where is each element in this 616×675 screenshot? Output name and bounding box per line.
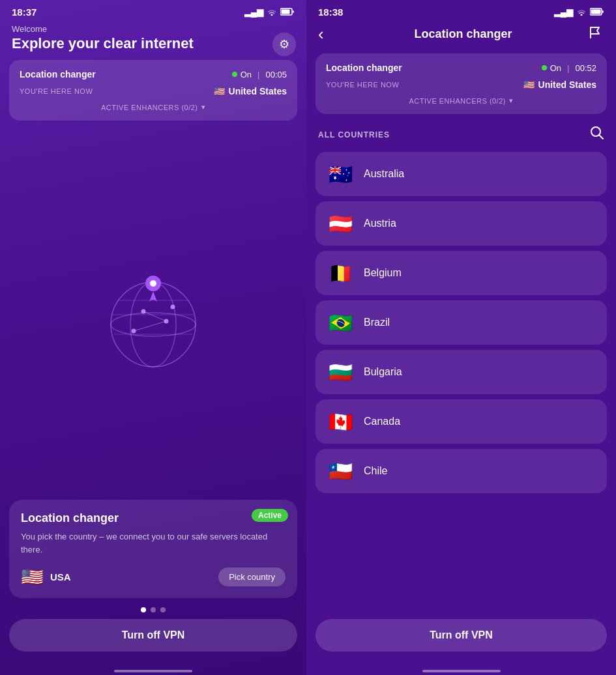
right-battery-icon bbox=[590, 7, 604, 18]
svg-rect-1 bbox=[282, 10, 290, 14]
right-timer: 00:52 bbox=[575, 63, 596, 73]
all-countries-label: ALL COUNTRIES bbox=[318, 130, 390, 139]
country-item-australia[interactable]: 🇦🇺 Australia bbox=[315, 152, 607, 196]
bulgaria-name: Bulgaria bbox=[364, 366, 402, 378]
right-wifi-icon bbox=[576, 7, 587, 18]
all-countries-row: ALL COUNTRIES bbox=[306, 123, 616, 152]
gear-icon: ⚙ bbox=[279, 37, 289, 51]
austria-flag: 🇦🇹 bbox=[326, 209, 355, 238]
belgium-flag: 🇧🇪 bbox=[326, 259, 355, 287]
country-list: 🇦🇺 Australia 🇦🇹 Austria 🇧🇪 Belgium 🇧🇷 Br… bbox=[306, 152, 616, 612]
left-here-label: YOU'RE HERE NOW bbox=[20, 87, 93, 95]
gear-button[interactable]: ⚙ bbox=[272, 33, 296, 56]
country-item-austria[interactable]: 🇦🇹 Austria bbox=[315, 201, 607, 246]
dot-3[interactable] bbox=[160, 607, 166, 612]
left-time: 18:37 bbox=[12, 7, 37, 18]
globe-area bbox=[0, 130, 306, 500]
left-status-bar: 18:37 ▂▄▆ bbox=[0, 0, 306, 22]
left-home-bar bbox=[114, 670, 192, 672]
left-page-title: Explore your clear internet bbox=[12, 35, 295, 52]
chile-name: Chile bbox=[364, 465, 387, 477]
left-location-row: YOU'RE HERE NOW 🇺🇸 United States bbox=[20, 86, 287, 96]
feature-flag: 🇺🇸 bbox=[21, 566, 44, 588]
left-timer: 00:05 bbox=[265, 70, 287, 79]
right-country-name: United States bbox=[538, 79, 596, 90]
left-signal-icon: ▂▄▆ bbox=[244, 7, 263, 17]
right-time: 18:38 bbox=[318, 7, 343, 18]
pick-country-button[interactable]: Pick country bbox=[218, 567, 286, 586]
right-home-indicator bbox=[306, 671, 616, 675]
feature-country: 🇺🇸 USA bbox=[21, 566, 71, 588]
right-status-bar: 18:38 ▂▄▆ bbox=[306, 0, 616, 22]
carousel-dots bbox=[0, 598, 306, 619]
right-panel: 18:38 ▂▄▆ ‹ Location changer bbox=[306, 0, 616, 675]
feature-card-title: Location changer bbox=[21, 511, 286, 525]
country-item-canada[interactable]: 🇨🇦 Canada bbox=[315, 399, 607, 444]
left-home-indicator bbox=[0, 671, 306, 675]
left-country-flag: 🇺🇸 bbox=[214, 86, 225, 96]
right-location-card-header: Location changer On | 00:52 bbox=[326, 63, 596, 73]
flag-button[interactable] bbox=[589, 26, 604, 42]
right-location-card: Location changer On | 00:52 YOU'RE HERE … bbox=[315, 53, 607, 114]
austria-name: Austria bbox=[364, 218, 396, 229]
left-enhancers-label: ACTIVE ENHANCERS (0/2) bbox=[101, 104, 198, 111]
country-item-chile[interactable]: 🇨🇱 Chile bbox=[315, 449, 607, 493]
active-badge: Active bbox=[252, 509, 288, 522]
welcome-text: Welcome bbox=[12, 24, 295, 34]
right-turn-off-vpn-button[interactable]: Turn off VPN bbox=[315, 619, 607, 652]
left-wifi-icon bbox=[267, 7, 277, 18]
brazil-flag: 🇧🇷 bbox=[326, 308, 355, 337]
feature-card: Active Location changer You pick the cou… bbox=[9, 500, 297, 598]
left-header: Welcome Explore your clear internet bbox=[0, 22, 306, 60]
canada-flag: 🇨🇦 bbox=[326, 407, 355, 436]
svg-point-11 bbox=[171, 305, 175, 309]
left-location-card: Location changer On | 00:05 YOU'RE HERE … bbox=[9, 60, 297, 121]
left-location-card-header: Location changer On | 00:05 bbox=[20, 69, 287, 79]
left-location-title: Location changer bbox=[20, 69, 96, 79]
right-header: ‹ Location changer bbox=[306, 22, 616, 53]
svg-rect-17 bbox=[591, 10, 601, 14]
australia-flag: 🇦🇺 bbox=[326, 160, 355, 188]
feature-country-name: USA bbox=[50, 571, 71, 582]
country-item-brazil[interactable]: 🇧🇷 Brazil bbox=[315, 300, 607, 345]
bulgaria-flag: 🇧🇬 bbox=[326, 358, 355, 386]
right-location-title: Location changer bbox=[326, 63, 402, 73]
left-country-name: United States bbox=[229, 86, 287, 96]
right-chevron-down-icon: ▾ bbox=[509, 96, 514, 105]
right-enhancers-label: ACTIVE ENHANCERS (0/2) bbox=[409, 97, 506, 105]
right-current-country: 🇺🇸 United States bbox=[523, 79, 596, 90]
search-button[interactable] bbox=[590, 126, 604, 144]
right-here-label: YOU'RE HERE NOW bbox=[326, 81, 399, 89]
back-button[interactable]: ‹ bbox=[318, 24, 338, 44]
right-location-row: YOU'RE HERE NOW 🇺🇸 United States bbox=[326, 79, 596, 90]
right-country-flag: 🇺🇸 bbox=[523, 79, 535, 90]
country-item-belgium[interactable]: 🇧🇪 Belgium bbox=[315, 251, 607, 295]
right-on-dot bbox=[542, 65, 547, 70]
globe-illustration bbox=[95, 256, 212, 373]
left-enhancers-row[interactable]: ACTIVE ENHANCERS (0/2) ▾ bbox=[20, 103, 287, 111]
dot-2[interactable] bbox=[151, 607, 156, 612]
chile-flag: 🇨🇱 bbox=[326, 457, 355, 485]
svg-line-13 bbox=[134, 321, 166, 331]
left-battery-icon bbox=[280, 7, 295, 18]
right-page-title: Location changer bbox=[414, 27, 512, 41]
right-enhancers-row[interactable]: ACTIVE ENHANCERS (0/2) ▾ bbox=[326, 96, 596, 105]
dot-1[interactable] bbox=[141, 607, 146, 612]
left-current-country: 🇺🇸 United States bbox=[214, 86, 287, 96]
brazil-name: Brazil bbox=[364, 317, 390, 328]
australia-name: Australia bbox=[364, 168, 404, 180]
country-item-bulgaria[interactable]: 🇧🇬 Bulgaria bbox=[315, 350, 607, 394]
left-turn-off-vpn-button[interactable]: Turn off VPN bbox=[9, 619, 297, 652]
left-on-dot bbox=[232, 72, 237, 77]
left-on-label: On bbox=[241, 70, 252, 79]
right-status-icons: ▂▄▆ bbox=[554, 7, 604, 18]
right-signal-icon: ▂▄▆ bbox=[554, 7, 573, 17]
svg-point-3 bbox=[111, 313, 196, 336]
feature-card-desc: You pick the country – we connect you to… bbox=[21, 530, 286, 556]
belgium-name: Belgium bbox=[364, 267, 402, 279]
svg-point-15 bbox=[150, 280, 156, 287]
right-home-bar bbox=[422, 670, 501, 672]
canada-name: Canada bbox=[364, 416, 400, 427]
right-on-label: On bbox=[550, 63, 561, 73]
feature-card-footer: 🇺🇸 USA Pick country bbox=[21, 566, 286, 588]
